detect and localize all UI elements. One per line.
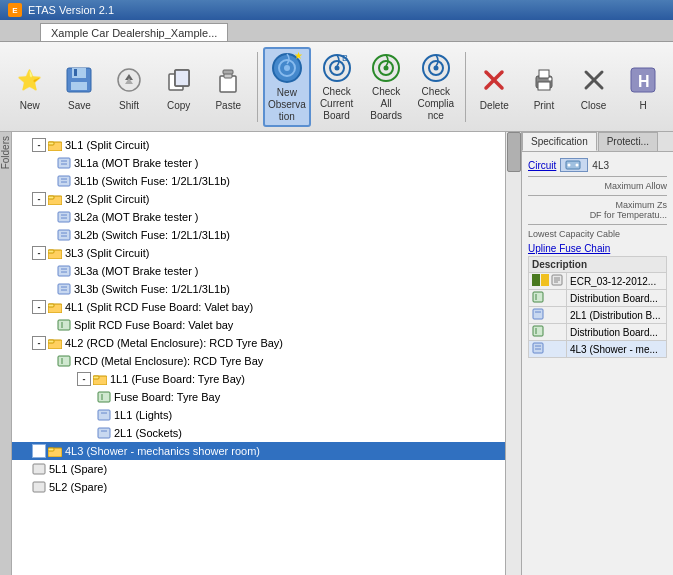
board-icon-4l1 bbox=[57, 318, 71, 332]
tree-scrollbar[interactable] bbox=[505, 132, 521, 575]
shift-button[interactable]: Shift bbox=[105, 47, 153, 127]
tree-expander-4l1[interactable]: - bbox=[32, 300, 46, 314]
svg-rect-36 bbox=[48, 142, 54, 145]
new-observation-button[interactable]: ★ New Observation bbox=[263, 47, 311, 127]
tree-label-4l2-rcd: RCD (Metal Enclosure): RCD Tyre Bay bbox=[74, 355, 263, 367]
svg-point-21 bbox=[384, 65, 389, 70]
tree-expander-3l3[interactable]: - bbox=[32, 246, 46, 260]
tree-item-5l1[interactable]: 5L1 (Spare) bbox=[12, 460, 505, 478]
check-compliance-button[interactable]: Check Compliance bbox=[412, 47, 460, 127]
check-current-board-button[interactable]: B Check Current Board bbox=[313, 47, 361, 127]
tree-scroll[interactable]: - 3L1 (Split Circuit) 3L1a (MOT Brake te… bbox=[12, 132, 521, 575]
folder-icon-1l1 bbox=[93, 372, 107, 386]
tree-item-3l3b[interactable]: 3L3b (Switch Fuse: 1/2L1/3L1b) bbox=[12, 280, 505, 298]
right-panel: Specification Protecti... Circuit 4L3 Ma… bbox=[522, 132, 673, 575]
svg-rect-3 bbox=[74, 69, 77, 76]
save-label: Save bbox=[68, 100, 91, 112]
paste-icon bbox=[210, 62, 246, 98]
tree-item-3l3[interactable]: - 3L3 (Split Circuit) bbox=[12, 244, 505, 262]
tree-expander-3l1[interactable]: - bbox=[32, 138, 46, 152]
table-row[interactable]: Distribution Board... bbox=[529, 324, 667, 341]
copy-label: Copy bbox=[167, 100, 190, 112]
table-row[interactable]: 4L3 (Shower - me... bbox=[529, 341, 667, 358]
delete-button[interactable]: Delete bbox=[471, 47, 519, 127]
tree-item-4l1-sub[interactable]: Split RCD Fuse Board: Valet bay bbox=[12, 316, 505, 334]
tree-item-3l2[interactable]: - 3L2 (Split Circuit) bbox=[12, 190, 505, 208]
sidebar-left[interactable]: Folders bbox=[0, 132, 12, 575]
tree-expander-4l2[interactable]: - bbox=[32, 336, 46, 350]
component-icon-3l2a bbox=[57, 210, 71, 224]
circuit-icon-badge bbox=[560, 158, 588, 172]
tree-scrollbar-thumb[interactable] bbox=[507, 132, 521, 172]
print-icon bbox=[526, 62, 562, 98]
tree-item-3l1[interactable]: - 3L1 (Split Circuit) bbox=[12, 136, 505, 154]
svg-rect-77 bbox=[33, 464, 45, 474]
tree-item-1l1-fb[interactable]: Fuse Board: Tyre Bay bbox=[12, 388, 505, 406]
save-button[interactable]: Save bbox=[56, 47, 104, 127]
circuit-label[interactable]: Circuit bbox=[528, 160, 556, 171]
tree-expander-1l1[interactable]: - bbox=[77, 372, 91, 386]
tree-item-5l2[interactable]: 5L2 (Spare) bbox=[12, 478, 505, 496]
tab-specification[interactable]: Specification bbox=[522, 132, 597, 151]
help-icon: H bbox=[625, 62, 661, 98]
svg-rect-64 bbox=[48, 340, 54, 343]
svg-rect-68 bbox=[93, 376, 99, 379]
max-zs-label: Maximum Zs bbox=[528, 200, 667, 210]
help-button[interactable]: H H bbox=[619, 47, 667, 127]
spec-divider-1 bbox=[528, 176, 667, 177]
tree-expander-3l2[interactable]: - bbox=[32, 192, 46, 206]
svg-rect-48 bbox=[58, 230, 70, 240]
tree-item-3l2b[interactable]: 3L2b (Switch Fuse: 1/2L1/3L1b) bbox=[12, 226, 505, 244]
tree-item-4l1[interactable]: - 4L1 (Split RCD Fuse Board: Valet bay) bbox=[12, 298, 505, 316]
copy-button[interactable]: Copy bbox=[155, 47, 203, 127]
tree-label-5l1: 5L1 (Spare) bbox=[49, 463, 107, 475]
svg-rect-86 bbox=[533, 292, 543, 302]
table-row[interactable]: ECR_03-12-2012... bbox=[529, 273, 667, 290]
tree-panel: - 3L1 (Split Circuit) 3L1a (MOT Brake te… bbox=[12, 132, 522, 575]
tree-item-3l1b[interactable]: 3L1b (Switch Fuse: 1/2L1/3L1b) bbox=[12, 172, 505, 190]
table-row[interactable]: 2L1 (Distribution B... bbox=[529, 307, 667, 324]
svg-rect-71 bbox=[98, 410, 110, 420]
new-button[interactable]: ⭐ New bbox=[6, 47, 54, 127]
tree-item-4l2[interactable]: - 4L2 (RCD (Metal Enclosure): RCD Tyre B… bbox=[12, 334, 505, 352]
check-compliance-label: Check Compliance bbox=[415, 86, 457, 122]
tree-expander-4l3[interactable]: + bbox=[32, 444, 46, 458]
check-all-boards-button[interactable]: Check All Boards bbox=[362, 47, 410, 127]
tree-label-3l1b: 3L1b (Switch Fuse: 1/2L1/3L1b) bbox=[74, 175, 230, 187]
tree-item-3l2a[interactable]: 3L2a (MOT Brake tester ) bbox=[12, 208, 505, 226]
tree-item-4l2-rcd[interactable]: RCD (Metal Enclosure): RCD Tyre Bay bbox=[12, 352, 505, 370]
main-tab[interactable]: Xample Car Dealership_Xample... bbox=[40, 23, 228, 41]
tree-item-3l1a[interactable]: 3L1a (MOT Brake tester ) bbox=[12, 154, 505, 172]
sidebar-folders-label[interactable]: Folders bbox=[0, 136, 11, 169]
max-zs-row: Maximum Zs DF for Temperatu... bbox=[528, 200, 667, 220]
tree-item-1l1-lights[interactable]: 1L1 (Lights) bbox=[12, 406, 505, 424]
svg-point-80 bbox=[568, 164, 571, 167]
tab-protective[interactable]: Protecti... bbox=[598, 132, 658, 151]
spare-icon-5l1 bbox=[32, 462, 46, 476]
print-button[interactable]: Print bbox=[520, 47, 568, 127]
tree-label-4l1: 4L1 (Split RCD Fuse Board: Valet bay) bbox=[65, 301, 253, 313]
table-row[interactable]: Distribution Board... bbox=[529, 290, 667, 307]
svg-point-13 bbox=[284, 65, 290, 71]
circuit-value: 4L3 bbox=[592, 160, 609, 171]
tree-item-2l1-sockets[interactable]: 2L1 (Sockets) bbox=[12, 424, 505, 442]
row-icon-cell-dist2 bbox=[529, 324, 567, 341]
tree-label-1l1-fb: Fuse Board: Tyre Bay bbox=[114, 391, 220, 403]
delete-icon bbox=[476, 62, 512, 98]
svg-rect-53 bbox=[58, 266, 70, 276]
component-icon-3l1b bbox=[57, 174, 71, 188]
tree-item-4l3[interactable]: + 4L3 (Shower - mechanics shower room) bbox=[12, 442, 505, 460]
close-button[interactable]: Close bbox=[570, 47, 618, 127]
tree-item-1l1[interactable]: - 1L1 (Fuse Board: Tyre Bay) bbox=[12, 370, 505, 388]
tree-item-3l3a[interactable]: 3L3a (MOT Brake tester ) bbox=[12, 262, 505, 280]
tree-label-1l1: 1L1 (Fuse Board: Tyre Bay) bbox=[110, 373, 245, 385]
tree-label-3l2a: 3L2a (MOT Brake tester ) bbox=[74, 211, 199, 223]
board-icon-4l2 bbox=[57, 354, 71, 368]
paste-button[interactable]: Paste bbox=[204, 47, 252, 127]
lowest-capacity-label: Lowest Capacity Cable bbox=[528, 229, 667, 239]
app-title: ETAS Version 2.1 bbox=[28, 4, 114, 16]
main-area: Folders - 3L1 (Split Circuit) 3L1a (MOT … bbox=[0, 132, 673, 575]
tree-label-3l1a: 3L1a (MOT Brake tester ) bbox=[74, 157, 199, 169]
right-content: Circuit 4L3 Maximum Allow Maximum Zs DF … bbox=[522, 152, 673, 575]
upline-title-link[interactable]: Upline Fuse Chain bbox=[528, 243, 610, 254]
